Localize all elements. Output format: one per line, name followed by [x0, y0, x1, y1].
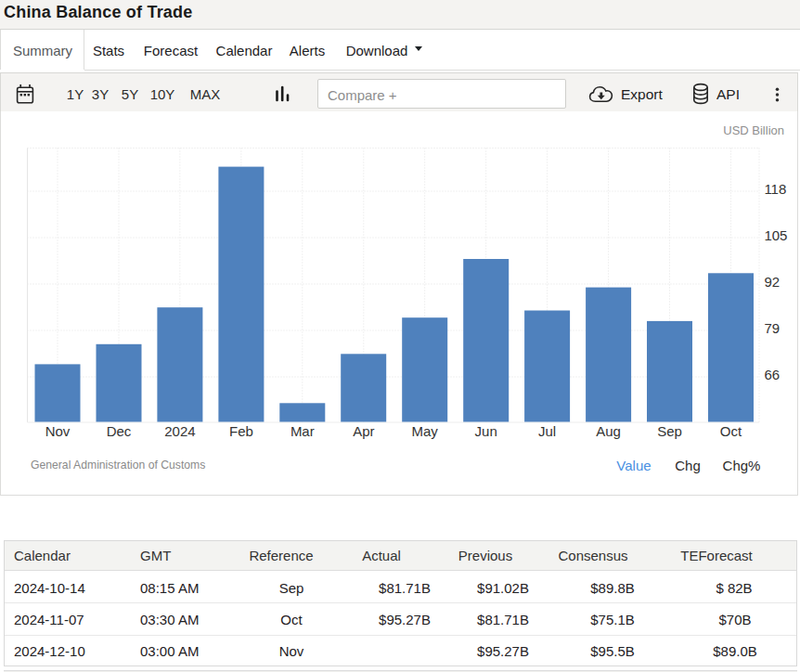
svg-text:79: 79 — [764, 320, 780, 336]
svg-text:66: 66 — [764, 367, 780, 382]
svg-text:Nov: Nov — [45, 423, 71, 439]
svg-text:92: 92 — [764, 274, 780, 290]
svg-text:2024: 2024 — [164, 423, 195, 439]
svg-text:Oct: Oct — [720, 423, 742, 439]
svg-text:118: 118 — [764, 181, 786, 197]
svg-text:Jul: Jul — [538, 423, 556, 439]
svg-text:Aug: Aug — [596, 423, 621, 439]
svg-text:Mar: Mar — [290, 423, 315, 439]
svg-text:May: May — [412, 423, 439, 439]
svg-text:Dec: Dec — [107, 423, 132, 439]
svg-text:Jun: Jun — [475, 423, 497, 439]
svg-text:105: 105 — [764, 227, 787, 243]
svg-text:Feb: Feb — [229, 423, 253, 439]
svg-text:Sep: Sep — [657, 423, 682, 439]
svg-text:Apr: Apr — [353, 423, 374, 439]
